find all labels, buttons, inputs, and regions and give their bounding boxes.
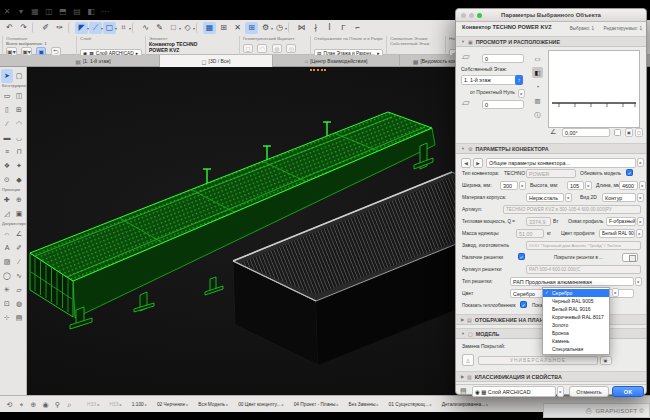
redo-icon[interactable]: ↷ bbox=[17, 22, 30, 34]
label-tool[interactable]: ✐ bbox=[13, 241, 25, 255]
width-stepper[interactable]: ▸ bbox=[519, 181, 526, 190]
change-tool[interactable]: ▤ bbox=[13, 311, 25, 325]
color-option-2[interactable]: Белый RAL 9016 bbox=[543, 305, 609, 313]
beam-tool[interactable]: ∕ bbox=[1, 117, 13, 131]
eyedropper-icon[interactable]: ✐ bbox=[39, 22, 52, 34]
fillet-icon[interactable]: Γ bbox=[337, 22, 350, 34]
geometry-variant-1-icon[interactable]: ◻ bbox=[243, 44, 253, 53]
geometry-variant-2-icon[interactable]: ◠ bbox=[257, 44, 267, 53]
palette-panel-icon[interactable]: ⬒ bbox=[57, 6, 69, 18]
section-classification[interactable]: ▶ ▥ КЛАССИФИКАЦИЯ И СВОЙСТВА bbox=[456, 371, 646, 382]
window-tool[interactable]: ⊞ bbox=[13, 103, 25, 117]
wall-tool[interactable]: ▭ bbox=[1, 89, 13, 103]
preview-elevation-icon[interactable]: ◧ bbox=[532, 67, 543, 78]
circle-tool[interactable]: ◯ bbox=[1, 269, 13, 283]
hotspot-tool[interactable]: ✳ bbox=[1, 283, 13, 297]
params-forward-button[interactable]: ▶ bbox=[473, 158, 483, 168]
marquee-tool[interactable]: ▢ bbox=[13, 69, 25, 83]
gear-dropdown[interactable]: ⚙▾ bbox=[259, 22, 272, 34]
shell-tool[interactable]: ◡ bbox=[13, 131, 25, 145]
snap-angle-button[interactable]: ▣ bbox=[625, 128, 633, 137]
detail-tool[interactable]: ⊹ bbox=[1, 311, 13, 325]
free-angle-button[interactable]: ▢ bbox=[635, 128, 643, 137]
object-preview[interactable] bbox=[548, 50, 640, 128]
split-icon[interactable]: ∤ bbox=[309, 22, 322, 34]
door-tool[interactable]: ◫ bbox=[13, 89, 25, 103]
offset-icon[interactable]: ⌐ bbox=[351, 22, 364, 34]
view2d-field[interactable]: Контур bbox=[602, 193, 636, 202]
palette-more-icon[interactable]: ⋯ bbox=[99, 6, 111, 18]
color-option-1[interactable]: Черный RAL 9005 bbox=[543, 297, 609, 305]
palette-split-icon[interactable]: ◧ bbox=[85, 6, 97, 18]
element-name-line2[interactable]: POWER KVZ bbox=[149, 47, 237, 53]
width-field[interactable]: 300 bbox=[500, 181, 518, 190]
item-2[interactable]: 1:100 bbox=[129, 400, 150, 409]
zone-tool[interactable]: ⊙ bbox=[1, 173, 13, 187]
arrow-mode-dropdown[interactable]: ◤▾ bbox=[75, 22, 88, 34]
palette-grid-icon[interactable]: ▦ bbox=[29, 6, 41, 18]
ungroup-icon[interactable]: ✕ bbox=[231, 22, 244, 34]
height-field[interactable]: 105 bbox=[567, 181, 584, 190]
camera-tool[interactable]: ◍ bbox=[13, 297, 25, 311]
slab-tool[interactable]: ▬ bbox=[1, 131, 13, 145]
window-close-icon[interactable]: ✕ bbox=[1, 6, 13, 18]
explore-icon[interactable]: ⌖ bbox=[16, 399, 27, 410]
offset-top-field[interactable]: 0 bbox=[482, 54, 524, 63]
eye-icon[interactable]: ◉ bbox=[40, 399, 51, 410]
stair-tool[interactable]: ≡ bbox=[1, 145, 13, 159]
figure-tool[interactable]: ▱ bbox=[13, 283, 25, 297]
group-icon[interactable]: ▦ bbox=[203, 22, 216, 34]
tab-floor-plan[interactable]: ▤ [1. 1-й этаж] bbox=[27, 55, 160, 67]
grid-blue-icon[interactable]: ⊞ bbox=[245, 22, 258, 34]
item-7[interactable]: Без Замены bbox=[346, 400, 382, 409]
window-collapse-icon[interactable]: ▾ bbox=[15, 6, 27, 18]
story-stepper[interactable]: ↕ bbox=[515, 75, 523, 85]
grate-type-stepper[interactable]: ▸ bbox=[635, 277, 642, 286]
tab-3d-view[interactable]: ◻ [3D / Все] bbox=[160, 55, 273, 67]
mirror-checkbox[interactable] bbox=[614, 129, 621, 136]
text-tool[interactable]: A bbox=[1, 241, 13, 255]
grate-type-field[interactable]: РАП Продольная алюминиевая bbox=[510, 277, 634, 286]
magnify-icon[interactable]: ⌕ bbox=[64, 399, 75, 410]
preview-info-icon[interactable]: ⓘ bbox=[532, 109, 543, 120]
item-8[interactable]: 01 Существующ... bbox=[386, 400, 435, 409]
geometry-variant-4-icon[interactable]: ◎ bbox=[286, 44, 296, 53]
preview-list-icon[interactable]: ▥ bbox=[532, 95, 543, 106]
body-material-stepper[interactable]: ▸ bbox=[565, 193, 572, 202]
grate-checkbox[interactable]: ✓ bbox=[518, 253, 525, 260]
geometry-variant-3-icon[interactable]: ◍ bbox=[272, 44, 282, 53]
grid-snap-dropdown[interactable]: ⌗▾ bbox=[117, 22, 130, 34]
spline-tool[interactable]: ∿ bbox=[13, 269, 25, 283]
item-4[interactable]: Вся Модель bbox=[195, 400, 231, 409]
elevation-tool[interactable]: ⊕ bbox=[13, 193, 25, 207]
show-heat-exchanger-checkbox[interactable]: ✓ bbox=[520, 301, 527, 308]
color-option-7[interactable]: Специальная bbox=[543, 345, 609, 353]
morph-tool[interactable]: ◆ bbox=[13, 173, 25, 187]
footer-layer-stepper[interactable]: ▸ bbox=[557, 386, 564, 397]
fill-tool[interactable]: ▨ bbox=[1, 255, 13, 269]
length-stepper[interactable]: ▸ bbox=[639, 181, 646, 190]
color-option-4[interactable]: Золото bbox=[543, 321, 609, 329]
grate-cover-swatch[interactable] bbox=[622, 253, 638, 262]
railing-tool[interactable]: ⊓ bbox=[13, 145, 25, 159]
footer-layer-dropdown[interactable]: ◉ ▦ Слой ARCHICAD bbox=[472, 386, 556, 397]
matrix-icon[interactable]: ⊞ bbox=[217, 22, 230, 34]
params-page-stepper[interactable]: ▸ bbox=[637, 158, 644, 167]
shape-dropdown[interactable]: □▾ bbox=[167, 22, 180, 34]
worksheet-tool[interactable]: ▣ bbox=[13, 207, 25, 221]
profile-field[interactable]: F-образный bbox=[606, 217, 636, 226]
drawing-tool[interactable]: ⊡ bbox=[1, 297, 13, 311]
snap-guide-dropdown[interactable]: ⟋▾ bbox=[89, 22, 102, 34]
preview-plan-icon[interactable]: ▭ bbox=[532, 53, 543, 64]
trim-icon[interactable]: ⋈ bbox=[295, 22, 308, 34]
walk-icon[interactable]: ⚲ bbox=[52, 399, 63, 410]
color-option-3[interactable]: Коричневый RAL 8017 bbox=[543, 313, 609, 321]
arrow-tool[interactable]: ➤ bbox=[1, 69, 13, 83]
printer-icon[interactable]: ⎙ bbox=[586, 407, 592, 415]
color-option-6[interactable]: Камень bbox=[543, 337, 609, 345]
params-page-dropdown[interactable]: Общие параметры конвектора... bbox=[486, 158, 636, 168]
section-convector-params[interactable]: ▼ ⚙ ПАРАМЕТРЫ КОНВЕКТОРА bbox=[456, 143, 646, 154]
section-tool[interactable]: ✚ bbox=[1, 193, 13, 207]
lamp-tool[interactable]: ✦ bbox=[13, 159, 25, 173]
coating-menu-button[interactable]: ▣· bbox=[600, 356, 612, 365]
